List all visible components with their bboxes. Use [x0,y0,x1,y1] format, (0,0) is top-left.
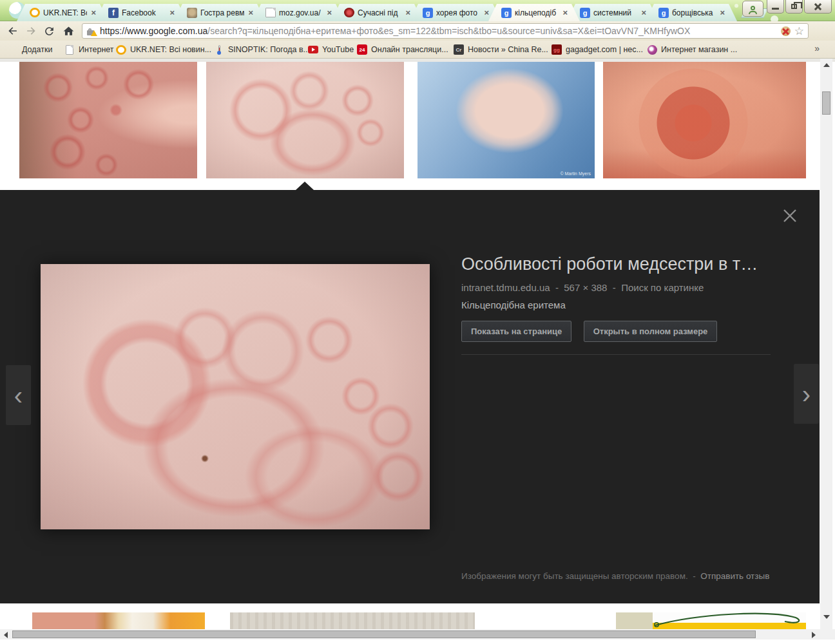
preview-image[interactable] [41,264,430,529]
open-full-size-button[interactable]: Открыть в полном размере [584,321,718,342]
tab-close-icon[interactable]: × [169,8,175,17]
search-by-image-link[interactable]: Поиск по картинке [621,282,704,293]
bookmark-china-news[interactable]: Cr Новости » China Re... [454,43,548,56]
ssl-warning-lock-icon[interactable] [86,26,96,36]
bookmark-youtube[interactable]: YouTube [308,43,354,56]
scroll-right-arrow[interactable] [812,632,816,638]
google-favicon: g [501,8,512,18]
page-content: © Martin Myers ‹ › Особливості роботи ме… [0,59,835,629]
tab-close-icon[interactable]: × [719,8,725,17]
next-image-button[interactable]: › [794,364,819,424]
bottom-thumbnail-2[interactable] [230,612,475,629]
theme-decoration [734,4,738,8]
scroll-left-arrow[interactable] [4,632,8,638]
window-minimize-button[interactable] [767,0,784,14]
minimize-icon [772,8,779,10]
vertical-scrollbar[interactable] [820,59,832,629]
tab-label: хорея фото [436,8,480,17]
selected-thumbnail-pointer [296,182,314,190]
bookmark-label: UKR.NET: Всі новин... [130,45,211,54]
tab-close-icon[interactable]: × [90,8,97,17]
gagadget-icon: gg [552,44,562,55]
scroll-down-arrow[interactable] [823,615,830,619]
tab-suchasni[interactable]: Сучасні під × [331,4,423,21]
facebook-favicon: f [108,8,119,18]
tab-label: Сучасні під [358,8,401,17]
tab-close-icon[interactable]: × [405,8,411,17]
tab-khoreia-foto[interactable]: g хорея фото × [410,4,501,21]
bookmark-internet[interactable]: Интернет [64,43,114,56]
result-thumbnail-4[interactable] [603,62,806,178]
address-bar[interactable]: https://www.google.com.ua/search?q=кільц… [82,23,809,39]
bottom-thumbnail-1[interactable] [32,612,205,629]
bookmark-ukrnet[interactable]: UKR.NET: Всі новин... [116,43,211,56]
panel-close-button[interactable] [776,202,804,230]
tab-close-icon[interactable]: × [562,8,568,17]
close-icon [814,3,822,11]
url-host: https://www.google.com.ua [100,26,207,36]
send-feedback-link[interactable]: Отправить отзыв [700,571,769,581]
show-on-page-button[interactable]: Показать на странице [461,321,571,342]
person-icon [751,6,755,10]
tab-label: системний [593,8,637,17]
tab-borshchivska[interactable]: g борщівська × [646,4,737,21]
page-icon [66,45,73,55]
bookmark-gagadget[interactable]: gg gagadget.com | нес... [552,43,643,56]
tab-systemnyi[interactable]: g системний × [567,4,658,21]
window-restore-button[interactable] [785,0,803,14]
vertical-scroll-thumb[interactable] [822,91,830,115]
tab-label: Facebook [122,8,166,17]
tab-gostra-revm[interactable]: Гостра ревм × [174,4,265,21]
bottom-thumbnail-3[interactable] [616,612,806,629]
tab-close-icon[interactable]: × [326,8,332,17]
preview-title[interactable]: Особливості роботи медсестри в т… [461,254,771,274]
bookmark-label: SINOPTIK: Погода в... [228,45,310,54]
bookmarks-overflow-chevron[interactable]: » [814,43,820,53]
result-thumbnail-3[interactable]: © Martin Myers [418,62,595,178]
tab-label: борщівська [672,8,716,17]
bookmark-label: Новости » China Re... [468,45,548,54]
bookmark-internet-shop[interactable]: Интернет магазин ... [647,43,737,56]
tab-ukrnet[interactable]: UKR.NET: Вс × [17,4,108,21]
source-domain: intranet.tdmu.edu.ua [461,282,550,293]
shop-swirl-icon [648,45,657,55]
youtube-icon [308,46,318,53]
tab-close-icon[interactable]: × [247,8,254,17]
horizontal-scroll-thumb[interactable] [12,630,756,638]
bookmark-sinoptik[interactable]: SINOPTIK: Погода в... [214,43,310,56]
reload-button[interactable] [41,23,57,39]
profile-button[interactable] [742,1,763,17]
bookmark-online-broadcast[interactable]: 24 Онлайн трансляци... [357,43,448,56]
bookmark-apps[interactable]: Додатки [8,43,52,56]
tab-kiltsepodibna-active[interactable]: g кільцеподіб × [488,4,580,21]
details-divider [461,354,771,355]
tab-close-icon[interactable]: × [483,8,490,17]
tab-facebook[interactable]: f Facebook × [95,4,187,21]
bookmark-label: Интернет [79,45,114,54]
result-thumbnail-2-selected[interactable] [206,62,404,178]
tv24-icon: 24 [357,44,367,55]
preview-details: Особливості роботи медсестри в т… intran… [461,254,771,355]
apps-grid-icon [8,44,18,55]
copyright-notice: Изображения могут быть защищены авторски… [461,571,688,581]
cookie-blocked-icon[interactable] [781,26,791,36]
tab-moz-gov-ua[interactable]: moz.gov.ua/ × [253,4,344,21]
ukrnet-favicon [30,8,40,17]
window-close-button[interactable] [804,0,832,14]
url-text[interactable]: https://www.google.com.ua/search?q=кільц… [100,26,777,36]
result-thumbnail-1[interactable] [19,62,197,178]
home-button[interactable] [61,23,76,39]
previous-image-button[interactable]: ‹ [6,365,31,425]
forward-button[interactable] [23,23,39,39]
bookmark-label: Интернет магазин ... [661,45,737,54]
horizontal-scrollbar[interactable] [0,629,835,639]
bookmark-star-icon[interactable]: ☆ [794,26,804,37]
close-x-icon [780,206,800,225]
back-button[interactable] [5,23,21,39]
preview-caption: Кільцеподібна еритема [461,299,771,310]
tab-close-icon[interactable]: × [640,8,647,17]
url-path: /search?q=кільцеподібна+еритема+фото&es_… [207,26,690,36]
ornament-favicon [344,8,354,17]
image-dimensions: 567 × 388 [564,282,607,293]
scroll-up-arrow[interactable] [823,63,830,67]
